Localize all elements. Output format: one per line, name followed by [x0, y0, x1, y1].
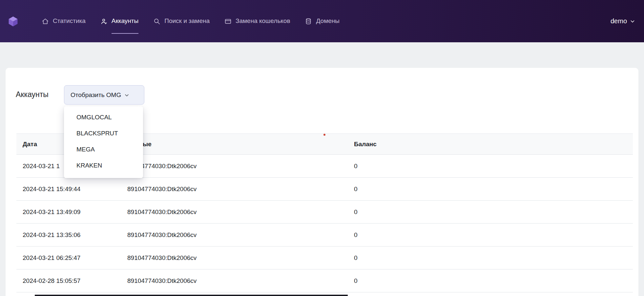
- dropdown-option-blacksprut[interactable]: BLACKSPRUT: [64, 125, 143, 141]
- nav-item-statistics[interactable]: Статистика: [42, 17, 86, 25]
- table-row: 2024-03-21 13:35:06 89104774030:Dtk2006c…: [16, 224, 633, 247]
- cell-date: 2024-03-21 15:49:44: [16, 186, 121, 193]
- database-icon: [305, 18, 312, 25]
- cell-data: 89104774030:Dtk2006cv: [121, 208, 348, 216]
- search-icon: [153, 18, 160, 25]
- chevron-down-icon: [124, 92, 129, 98]
- user-icon: [100, 18, 108, 25]
- bottom-edge-artifact: [35, 295, 348, 296]
- chevron-down-icon: [630, 19, 635, 24]
- nav-item-label: Домены: [316, 17, 339, 25]
- cell-data: 89104774030:Dtk2006cv: [121, 277, 348, 285]
- nav-item-label: Замена кошельков: [236, 17, 290, 25]
- nav-item-label: Статистика: [53, 17, 86, 25]
- cell-date: 2024-03-21 13:49:09: [16, 208, 121, 216]
- wallet-icon: [224, 18, 232, 25]
- cell-balance: 0: [348, 231, 633, 239]
- table-row: 2024-03-21 06:25:47 89104774030:Dtk2006c…: [16, 247, 633, 269]
- nav-menu: Статистика Аккаунты Поиск и замена: [42, 17, 340, 25]
- cell-data: 89104774030:Dtk2006cv: [121, 231, 348, 239]
- red-dot-artifact: [323, 134, 325, 136]
- cell-data: 89104774030:Dtk2006cv: [121, 163, 348, 170]
- cube-icon: [8, 16, 19, 27]
- home-icon: [42, 18, 49, 25]
- filter-dropdown-button[interactable]: Отобразить OMG: [64, 85, 144, 105]
- user-menu-label: demo: [611, 17, 627, 25]
- table-header-balance: Баланс: [348, 141, 633, 148]
- filter-dropdown-menu: OMGLOCAL BLACKSPRUT MEGA KRAKEN: [64, 106, 143, 178]
- dropdown-option-mega[interactable]: MEGA: [64, 141, 143, 157]
- cell-balance: 0: [348, 208, 633, 216]
- nav-item-label: Поиск и замена: [164, 17, 210, 25]
- cell-balance: 0: [348, 186, 633, 193]
- cell-date: 2024-03-21 06:25:47: [16, 254, 121, 262]
- cell-date: 2024-02-28 15:05:57: [16, 277, 121, 285]
- nav-item-search-replace[interactable]: Поиск и замена: [153, 17, 210, 25]
- dropdown-option-omglocal[interactable]: OMGLOCAL: [64, 109, 143, 125]
- table-header-data: Данные: [121, 141, 348, 148]
- cell-date: 2024-03-21 13:35:06: [16, 231, 121, 239]
- user-menu[interactable]: demo: [611, 17, 635, 25]
- cell-balance: 0: [348, 163, 633, 170]
- dropdown-option-kraken[interactable]: KRAKEN: [64, 157, 143, 173]
- page-title: Аккаунты: [16, 90, 49, 99]
- navbar: Статистика Аккаунты Поиск и замена: [0, 0, 644, 42]
- cell-data: 89104774030:Dtk2006cv: [121, 186, 348, 193]
- filter-dropdown-label: Отобразить OMG: [71, 91, 121, 99]
- cell-balance: 0: [348, 277, 633, 285]
- nav-item-label: Аккаунты: [112, 17, 138, 25]
- table-row: 2024-03-21 15:49:44 89104774030:Dtk2006c…: [16, 178, 633, 201]
- cell-data: 89104774030:Dtk2006cv: [121, 254, 348, 262]
- table-row: 2024-03-21 13:49:09 89104774030:Dtk2006c…: [16, 201, 633, 224]
- nav-item-domains[interactable]: Домены: [305, 17, 339, 25]
- cell-balance: 0: [348, 254, 633, 262]
- nav-item-accounts[interactable]: Аккаунты: [100, 17, 138, 25]
- nav-item-wallet-replace[interactable]: Замена кошельков: [224, 17, 290, 25]
- brand-logo[interactable]: [8, 15, 19, 27]
- table-row: 2024-02-28 15:05:57 89104774030:Dtk2006c…: [16, 269, 633, 292]
